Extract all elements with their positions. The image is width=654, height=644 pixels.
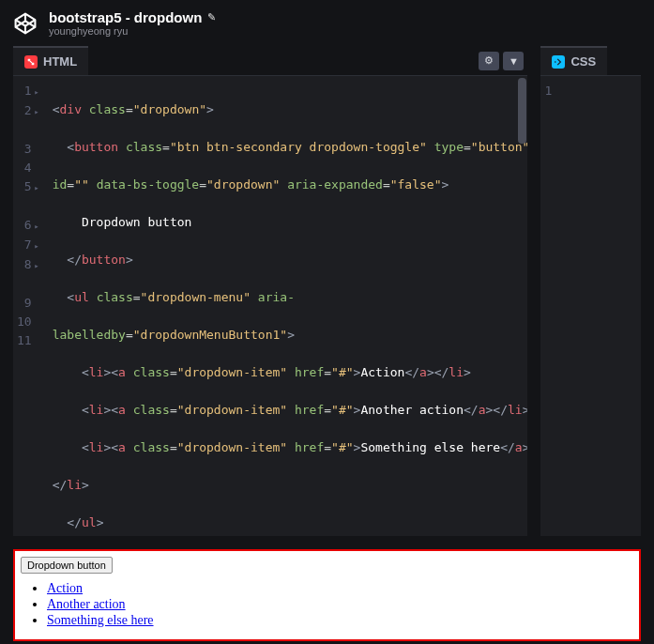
css-tab[interactable]: CSS — [540, 46, 607, 75]
html-editor[interactable]: 1 ▸ 2 ▸ 3 4 5 ▸ 6 ▸ 7 ▸ 8 ▸ 9 10 11 <div… — [13, 76, 527, 536]
dropdown-item-action[interactable]: Action — [47, 581, 83, 595]
vertical-scrollbar[interactable] — [518, 78, 526, 144]
list-item: Something else here — [47, 613, 633, 628]
css-code[interactable] — [559, 76, 641, 536]
gear-icon: ⚙ — [484, 54, 494, 67]
html-badge-icon — [24, 55, 38, 69]
html-panel-header: HTML ⚙ ▼ — [13, 46, 527, 76]
html-gutter: 1 ▸ 2 ▸ 3 4 5 ▸ 6 ▸ 7 ▸ 8 ▸ 9 10 11 — [13, 76, 47, 536]
dropdown-item-something[interactable]: Something else here — [47, 613, 154, 627]
dropdown-button[interactable]: Dropdown button — [21, 557, 113, 574]
title-block: bootstrap5 - dropdown ✎ younghyeong ryu — [49, 9, 216, 37]
css-editor[interactable]: 1 — [540, 76, 641, 536]
html-panel-actions: ⚙ ▼ — [479, 52, 527, 70]
chevron-down-icon: ▼ — [509, 55, 519, 67]
panel-settings-button[interactable]: ⚙ — [479, 52, 499, 70]
html-tab[interactable]: HTML — [13, 46, 88, 75]
css-tab-label: CSS — [570, 54, 596, 69]
css-gutter: 1 — [540, 76, 559, 536]
dropdown-item-another[interactable]: Another action — [47, 597, 126, 611]
dropdown-menu-list: Action Another action Something else her… — [47, 581, 633, 628]
pen-title[interactable]: bootstrap5 - dropdown — [49, 9, 202, 25]
html-panel: HTML ⚙ ▼ 1 ▸ 2 ▸ 3 4 5 ▸ 6 ▸ 7 ▸ — [13, 46, 527, 536]
panel-collapse-button[interactable]: ▼ — [503, 52, 524, 70]
codepen-logo-icon — [13, 11, 38, 36]
list-item: Action — [47, 581, 633, 596]
css-badge-icon — [552, 55, 565, 69]
output-preview: Dropdown button Action Another action So… — [13, 549, 641, 641]
editor-panels: HTML ⚙ ▼ 1 ▸ 2 ▸ 3 4 5 ▸ 6 ▸ 7 ▸ — [0, 46, 654, 536]
author-name[interactable]: younghyeong ryu — [49, 25, 216, 37]
html-tab-label: HTML — [43, 54, 77, 69]
list-item: Another action — [47, 597, 633, 612]
css-panel-header: CSS — [540, 46, 641, 76]
app-header: bootstrap5 - dropdown ✎ younghyeong ryu — [0, 0, 654, 46]
html-code[interactable]: <div class="dropdown"> <button class="bt… — [47, 76, 528, 536]
css-panel: CSS 1 — [540, 46, 641, 536]
edit-title-icon[interactable]: ✎ — [207, 11, 216, 23]
